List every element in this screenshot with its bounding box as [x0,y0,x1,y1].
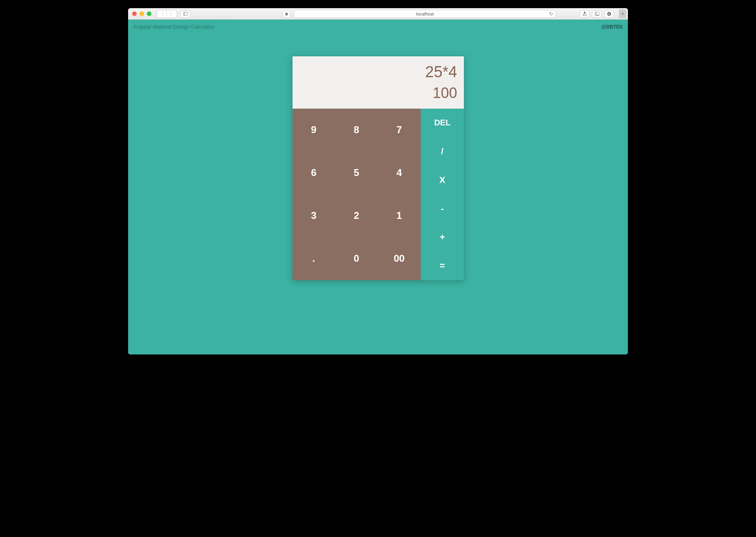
forward-button[interactable]: 〉 [167,10,177,18]
key-1[interactable]: 1 [378,194,421,237]
close-window-button[interactable] [132,11,137,16]
key-subtract[interactable]: - [421,194,464,223]
keypad: 9 8 7 6 5 4 3 2 1 . 0 00 DEL / X [293,109,464,280]
downloads-button[interactable] [604,10,614,18]
expression-display: 25*4 [299,61,457,83]
key-multiply[interactable]: X [421,166,464,194]
nav-button-group: 〈 〉 [157,10,177,18]
key-4[interactable]: 4 [378,152,421,194]
key-3[interactable]: 3 [293,194,335,237]
tabs-icon [595,12,599,16]
svg-rect-1 [596,12,599,15]
share-icon [583,11,587,16]
app-header: Angular Material Design Calculator @DBTE… [128,20,628,34]
panel-icon [183,12,188,16]
browser-window: 〈 〉 ◉ localhost ↻ + Angular Material Des [128,8,628,354]
url-text: localhost [416,11,434,16]
key-delete[interactable]: DEL [421,109,464,137]
maximize-window-button[interactable] [147,11,151,16]
calculator: 25*4 100 9 8 7 6 5 4 3 2 1 . 0 00 [293,56,464,280]
calculator-display: 25*4 100 [293,56,464,109]
key-5[interactable]: 5 [335,152,378,194]
key-00[interactable]: 00 [378,237,421,280]
key-6[interactable]: 6 [293,152,335,194]
browser-toolbar: 〈 〉 ◉ localhost ↻ + [128,8,628,20]
window-controls [132,11,151,16]
right-toolbar [580,10,614,18]
key-0[interactable]: 0 [335,237,378,280]
key-7[interactable]: 7 [378,109,421,152]
extension-button[interactable]: ◉ [282,10,290,18]
key-divide[interactable]: / [421,137,464,166]
key-add[interactable]: + [421,223,464,252]
download-icon [607,12,611,16]
page-content: Angular Material Design Calculator @DBTE… [128,20,628,354]
new-tab-button[interactable]: + [619,9,626,18]
digit-pad: 9 8 7 6 5 4 3 2 1 . 0 00 [293,109,421,280]
key-2[interactable]: 2 [335,194,378,237]
reload-icon[interactable]: ↻ [549,11,553,17]
key-dot[interactable]: . [293,237,335,280]
app-title: Angular Material Design Calculator [133,24,215,30]
result-display: 100 [299,83,457,103]
key-8[interactable]: 8 [335,109,378,152]
author-link[interactable]: @DBTEK [601,24,623,30]
back-button[interactable]: 〈 [157,10,167,18]
minimize-window-button[interactable] [140,11,144,16]
tabs-button[interactable] [592,10,602,18]
sidebar-toggle-button[interactable] [180,10,190,18]
address-bar[interactable]: localhost ↻ [294,10,556,18]
key-9[interactable]: 9 [293,109,335,152]
key-equals[interactable]: = [421,252,464,280]
operator-pad: DEL / X - + = [421,109,464,280]
share-button[interactable] [580,10,590,18]
